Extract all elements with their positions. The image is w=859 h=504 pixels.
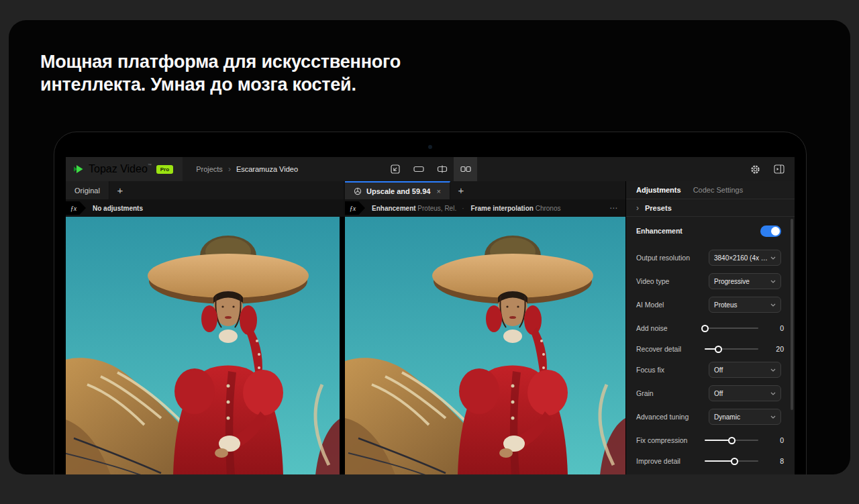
grain-dropdown[interactable]: Off [709,385,781,401]
headline-line2: интеллекта. Умная до мозга костей. [40,73,470,96]
gear-icon [750,164,760,174]
left-pane-tabstrip: Original + [66,181,344,199]
tab-original-label: Original [74,187,100,195]
fix-compression-value: 0 [768,436,784,444]
device-camera [428,145,432,149]
app-main: Original + [66,181,795,474]
settings-button[interactable] [750,164,760,174]
toolbar-separator: · [462,205,464,212]
left-pane-toolbar: ƒx No adjustments [66,199,344,217]
enhancement-summary[interactable]: Enhancement Proteus, Rel. [372,205,456,212]
enhancement-toggle[interactable] [760,225,781,237]
single-view-button[interactable] [407,157,430,181]
slider-knob[interactable] [728,437,736,444]
panel-scrollbar[interactable] [791,219,793,410]
toggle-knob [771,227,780,236]
ai-model-dropdown[interactable]: Proteus [709,297,781,313]
new-tab-button-right[interactable]: + [450,181,472,199]
tab-original[interactable]: Original [66,181,109,199]
more-options-icon[interactable]: ⋯ [609,203,625,213]
toolbars: ƒx No adjustments ƒx Enhancement Proteus… [66,199,625,217]
row-fix-compression: Fix compression 0 [626,432,795,449]
video-type-dropdown[interactable]: Progressive [709,273,781,289]
row-enhancement: Enhancement [626,222,795,240]
right-pane-toolbar: ƒx Enhancement Proteus, Rel. · Frame int… [345,199,625,217]
split-view-button[interactable] [430,157,454,181]
tab-upscale-label: Upscale and 59.94 [366,187,430,195]
trademark-mark: ™ [148,163,152,167]
marketing-card: Мощная платформа для искусственного инте… [9,20,850,474]
enhancement-label: Enhancement [636,227,760,235]
tab-adjustments[interactable]: Adjustments [636,186,681,194]
fit-view-icon [391,164,400,174]
advanced-tuning-dropdown[interactable]: Dynamic [709,409,781,425]
output-resolution-dropdown[interactable]: 3840×2160 (4x … [709,250,781,266]
slider-knob[interactable] [715,346,722,353]
row-improve-detail: Improve detail 8 [626,452,795,470]
row-focus-fix: Focus fix Off [626,361,795,379]
viewer-area: Original + [66,181,625,474]
page-title: Мощная платформа для искусственного инте… [40,50,470,96]
fx-badge-icon: ƒx [345,201,365,215]
chevron-down-icon [770,280,776,283]
chevron-down-icon [770,415,776,419]
headline-line1: Мощная платформа для искусственного [40,50,470,73]
split-view-icon [437,164,448,174]
add-noise-value: 0 [768,324,784,332]
improve-detail-value: 8 [768,457,784,465]
slider-fill [705,460,734,462]
chevron-down-icon [770,303,776,307]
row-grain: Grain Off [626,385,795,402]
interpolation-summary[interactable]: Frame interpolation Chronos [471,205,561,212]
breadcrumb-projects[interactable]: Projects [196,165,223,173]
slider-track[interactable] [705,327,758,329]
topbar-right-actions [750,157,795,181]
brand-logo[interactable]: Topaz Video™ Pro [66,157,183,181]
toggle-right-panel-button[interactable] [774,164,785,174]
tab-codec-settings[interactable]: Codec Settings [693,186,744,194]
panel-tabs: Adjustments Codec Settings [626,181,795,199]
left-toolbar-status: No adjustments [93,205,143,212]
breadcrumb-current-project[interactable]: Escaramuza Video [236,165,298,173]
chevron-down-icon [770,368,776,372]
fit-view-button[interactable] [383,157,407,181]
panel-toggle-icon [774,164,785,174]
presets-label: Presets [645,204,672,212]
row-advanced-tuning: Advanced tuning Dynamic [626,408,795,425]
comparison-view [66,217,625,474]
side-by-side-view-icon [460,164,471,174]
video-preview-upscaled[interactable] [345,217,625,474]
presets-section[interactable]: › Presets [626,199,795,217]
chevron-right-icon: › [228,164,231,174]
slider-knob[interactable] [701,325,709,332]
fix-compression-slider[interactable] [705,436,758,444]
fx-badge-icon: ƒx [66,201,86,215]
row-ai-model: AI Model Proteus [626,296,795,313]
row-add-noise: Add noise 0 [626,319,795,337]
improve-detail-slider[interactable] [705,457,758,465]
adjustments-panel: Adjustments Codec Settings › Presets Enh… [625,181,795,474]
tab-strips: Original + [66,181,625,199]
topaz-play-icon [74,164,84,174]
panel-content: Enhancement Output resolution 3840×2160 … [626,217,795,474]
add-noise-slider[interactable] [705,324,758,332]
chevron-down-icon [770,256,776,260]
row-output-resolution: Output resolution 3840×2160 (4x … [626,249,795,266]
single-view-icon [413,164,424,174]
chevron-right-icon: › [636,203,639,213]
view-mode-switcher [383,157,477,181]
tablet-device-frame: Topaz Video™ Pro Projects › Escaramuza V… [54,132,807,474]
pro-badge: Pro [156,165,173,174]
close-tab-icon[interactable]: × [436,187,440,195]
side-by-side-view-button[interactable] [454,157,477,181]
focus-fix-dropdown[interactable]: Off [709,362,781,378]
tab-upscale[interactable]: Upscale and 59.94 × [345,181,450,199]
row-recover-detail: Recover detail 20 [626,340,795,358]
slider-knob[interactable] [731,458,738,465]
recover-detail-slider[interactable] [705,345,758,353]
chevron-down-icon [770,392,776,395]
video-preview-original[interactable] [66,217,344,474]
app-screen: Topaz Video™ Pro Projects › Escaramuza V… [66,157,795,474]
new-tab-button-left[interactable]: + [109,181,131,199]
recover-detail-value: 20 [768,345,784,353]
